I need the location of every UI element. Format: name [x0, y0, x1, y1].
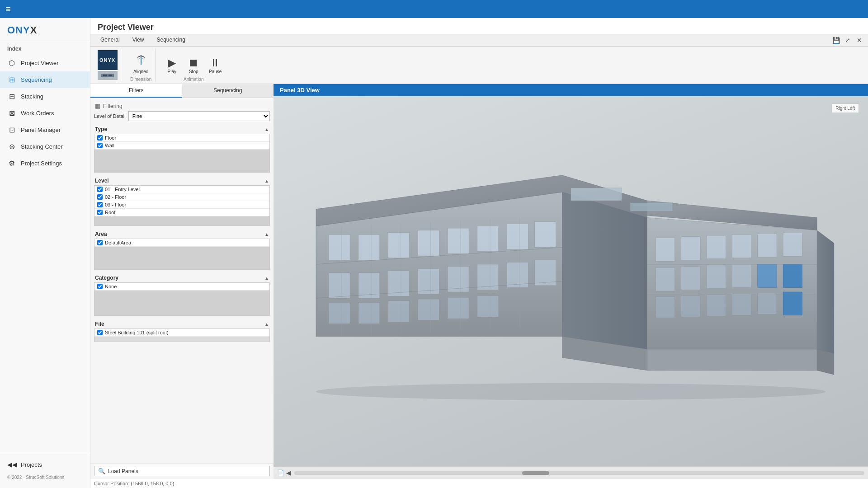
- sidebar-item-project-settings[interactable]: ⚙ Project Settings: [0, 155, 90, 172]
- svg-rect-36: [388, 301, 410, 322]
- tab-sequencing[interactable]: Sequencing: [151, 34, 192, 46]
- bottom-scrollbar[interactable]: [294, 471, 864, 475]
- aligned-button[interactable]: Aligned: [132, 53, 150, 75]
- svg-rect-23: [477, 226, 499, 251]
- topbar: ≡: [0, 0, 868, 18]
- stop-button[interactable]: ⏹ Stop: [184, 56, 203, 75]
- panel-manager-icon: ⊡: [7, 126, 16, 134]
- svg-rect-54: [681, 296, 700, 317]
- svg-rect-28: [388, 271, 410, 296]
- checkbox-steel-building[interactable]: [97, 330, 103, 335]
- toolbar-save-icon[interactable]: 💾: [831, 35, 841, 45]
- play-button[interactable]: ▶ Play: [163, 56, 181, 75]
- svg-rect-51: [707, 265, 726, 289]
- svg-rect-35: [359, 302, 380, 324]
- tab-view[interactable]: View: [126, 34, 151, 46]
- sidebar-item-sequencing[interactable]: ⊞ Sequencing: [0, 71, 90, 88]
- svg-rect-42: [707, 235, 726, 259]
- section-header-area[interactable]: Area ▲: [94, 229, 270, 239]
- section-header-level[interactable]: Level ▲: [94, 175, 270, 185]
- filter-list-area: DefaultArea: [94, 239, 270, 270]
- svg-point-17: [316, 383, 826, 400]
- hamburger-menu-icon[interactable]: ≡: [5, 4, 11, 14]
- filter-list-area-empty: [94, 247, 269, 269]
- bottom-icons: 📄 ◀: [277, 469, 291, 476]
- view-3d-panel: Panel 3D View: [274, 84, 868, 479]
- sidebar-bottom: ◀◀ Projects © 2022 - StrucSoft Solutions: [0, 453, 90, 488]
- chevron-left-icon: ◀◀: [7, 461, 17, 468]
- bottom-bar: 📄 ◀: [274, 466, 868, 479]
- sidebar-item-stacking-center[interactable]: ⊛ Stacking Center: [0, 138, 90, 155]
- sidebar-item-label-stacking-center: Stacking Center: [21, 143, 63, 150]
- section-header-category[interactable]: Category ▲: [94, 272, 270, 282]
- filter-item-03-floor: 03 - Floor: [94, 201, 269, 209]
- filter-list-type: Floor Wall: [94, 134, 270, 173]
- svg-rect-44: [758, 234, 777, 257]
- checkbox-wall[interactable]: [97, 143, 103, 148]
- view-3d-header: Panel 3D View: [274, 84, 868, 96]
- checkbox-03-floor[interactable]: [97, 202, 103, 207]
- checkbox-floor[interactable]: [97, 135, 103, 141]
- checkbox-roof[interactable]: [97, 210, 103, 215]
- play-icon: ▶: [168, 57, 176, 68]
- filter-list-category-empty: [94, 291, 269, 315]
- svg-rect-50: [681, 267, 700, 290]
- svg-rect-1: [103, 75, 107, 76]
- filter-item-label-default-area: DefaultArea: [105, 240, 131, 245]
- content-area: Filters Sequencing ▦ Filtering Level of …: [90, 84, 868, 479]
- sidebar-item-work-orders[interactable]: ⊠ Work Orders: [0, 105, 90, 122]
- filter-list-category: None: [94, 282, 270, 316]
- filters-panel: Filters Sequencing ▦ Filtering Level of …: [90, 84, 274, 479]
- chevron-up-icon-level: ▲: [264, 178, 269, 183]
- chevron-up-icon-type: ▲: [264, 127, 269, 132]
- panel-tab-sequencing[interactable]: Sequencing: [182, 84, 274, 98]
- view-3d-canvas[interactable]: Right Left: [274, 96, 868, 466]
- section-header-file[interactable]: File ▲: [94, 319, 270, 328]
- svg-rect-56: [732, 294, 751, 315]
- bottom-icon-arrow[interactable]: ◀: [286, 469, 291, 476]
- toolbar-close-icon[interactable]: ✕: [854, 35, 864, 45]
- filter-item-entry-level: 01 - Entry Level: [94, 186, 269, 193]
- section-header-type[interactable]: Type ▲: [94, 124, 270, 134]
- view-controls: Right Left: [831, 103, 859, 113]
- filter-item-label-steel-building: Steel Building 101 (split roof): [105, 330, 169, 335]
- projects-item[interactable]: ◀◀ Projects: [0, 457, 90, 472]
- sidebar-item-project-viewer[interactable]: ⬡ Project Viewer: [0, 55, 90, 71]
- checkbox-none[interactable]: [97, 284, 103, 289]
- onyx-logo-block: ONYX: [94, 48, 121, 82]
- filter-list-level: 01 - Entry Level 02 - Floor 03 - Floor: [94, 185, 270, 226]
- panel-tab-filters[interactable]: Filters: [90, 84, 182, 98]
- checkbox-02-floor[interactable]: [97, 194, 103, 200]
- svg-rect-2: [108, 75, 112, 76]
- checkbox-default-area[interactable]: [97, 240, 103, 245]
- filter-item-02-floor: 02 - Floor: [94, 193, 269, 201]
- logo: ONYX: [0, 18, 90, 41]
- sidebar-item-label-sequencing: Sequencing: [21, 76, 52, 83]
- filtering-label: Filtering: [103, 103, 123, 109]
- index-label: Index: [0, 41, 90, 55]
- checkbox-entry-level[interactable]: [97, 187, 103, 192]
- play-label: Play: [168, 69, 176, 74]
- chevron-up-icon-category: ▲: [264, 276, 269, 281]
- bottom-icon-save[interactable]: 📄: [277, 469, 284, 476]
- sidebar-item-label-stacking: Stacking: [21, 93, 43, 100]
- onyx-bottom-icon: [100, 72, 115, 79]
- load-panels-button[interactable]: 🔍 Load Panels: [94, 466, 270, 476]
- filter-list-level-empty: [94, 216, 269, 225]
- sidebar-item-stacking[interactable]: ⊟ Stacking: [0, 88, 90, 105]
- filter-item-label-floor: Floor: [105, 135, 116, 141]
- filter-item-floor: Floor: [94, 134, 269, 142]
- pause-button[interactable]: ⏸ Pause: [206, 56, 224, 75]
- sidebar-item-label-project-settings: Project Settings: [21, 160, 62, 167]
- search-icon: 🔍: [98, 468, 105, 474]
- svg-rect-24: [507, 224, 528, 249]
- animation-group-label: Animation: [184, 77, 203, 82]
- toolbar-expand-icon[interactable]: ⤢: [843, 35, 853, 45]
- pause-label: Pause: [209, 69, 222, 74]
- filter-item-label-02-floor: 02 - Floor: [105, 194, 126, 200]
- tab-general[interactable]: General: [94, 34, 126, 46]
- level-of-detail-select[interactable]: Fine Medium Coarse: [128, 111, 270, 121]
- svg-rect-53: [656, 296, 675, 318]
- sidebar-item-panel-manager[interactable]: ⊡ Panel Manager: [0, 122, 90, 138]
- svg-rect-58: [571, 188, 622, 201]
